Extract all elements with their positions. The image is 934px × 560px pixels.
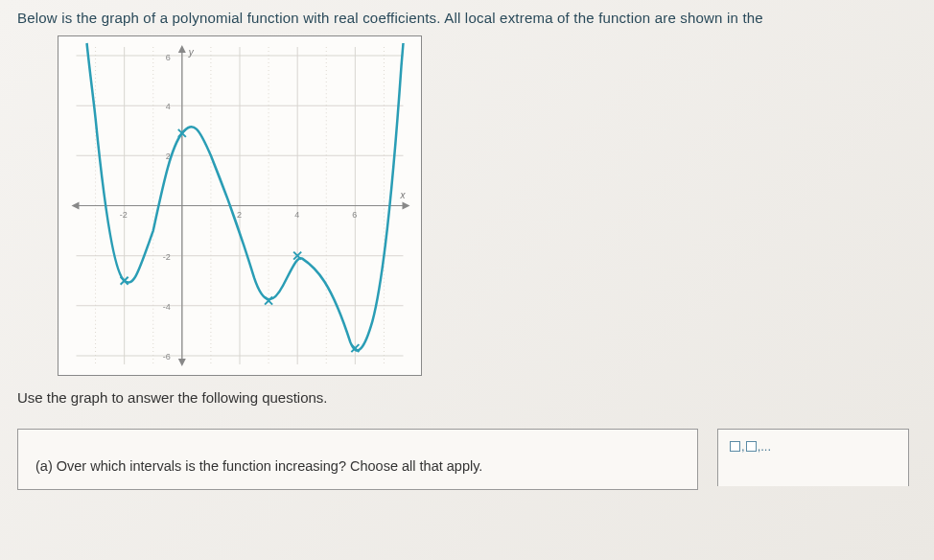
- svg-text:-6: -6: [163, 352, 171, 362]
- svg-marker-19: [402, 201, 409, 209]
- svg-marker-20: [71, 201, 79, 209]
- svg-text:4: 4: [294, 210, 299, 220]
- axes: [71, 45, 409, 366]
- question-a-box: (a) Over which intervals is the function…: [17, 429, 698, 490]
- svg-text:-2: -2: [163, 252, 171, 262]
- svg-text:2: 2: [237, 210, 242, 220]
- tick-labels: -2 2 4 6 2 4 6 -2 -4 -6: [120, 53, 358, 362]
- x-axis-label: x: [399, 190, 406, 200]
- problem-statement: Below is the graph of a polynomial funct…: [0, 0, 934, 32]
- interval-notation-icon: ,,...: [730, 439, 771, 454]
- svg-text:6: 6: [166, 53, 171, 62]
- svg-text:-2: -2: [120, 210, 128, 220]
- curve: [87, 43, 404, 350]
- y-axis-label: y: [188, 47, 195, 58]
- svg-text:6: 6: [352, 210, 357, 220]
- instruction-text: Use the graph to answer the following qu…: [17, 389, 934, 406]
- question-row: (a) Over which intervals is the function…: [17, 429, 934, 490]
- polynomial-graph: -2 2 4 6 2 4 6 -2 -4 -6 x y: [64, 42, 415, 369]
- answer-format-box[interactable]: ,,...: [717, 429, 909, 486]
- svg-text:-4: -4: [163, 302, 171, 312]
- svg-marker-22: [178, 45, 186, 53]
- svg-text:4: 4: [166, 102, 171, 111]
- question-a-text: (a) Over which intervals is the function…: [35, 458, 482, 474]
- graph-panel: -2 2 4 6 2 4 6 -2 -4 -6 x y: [58, 35, 422, 376]
- svg-marker-23: [178, 359, 186, 366]
